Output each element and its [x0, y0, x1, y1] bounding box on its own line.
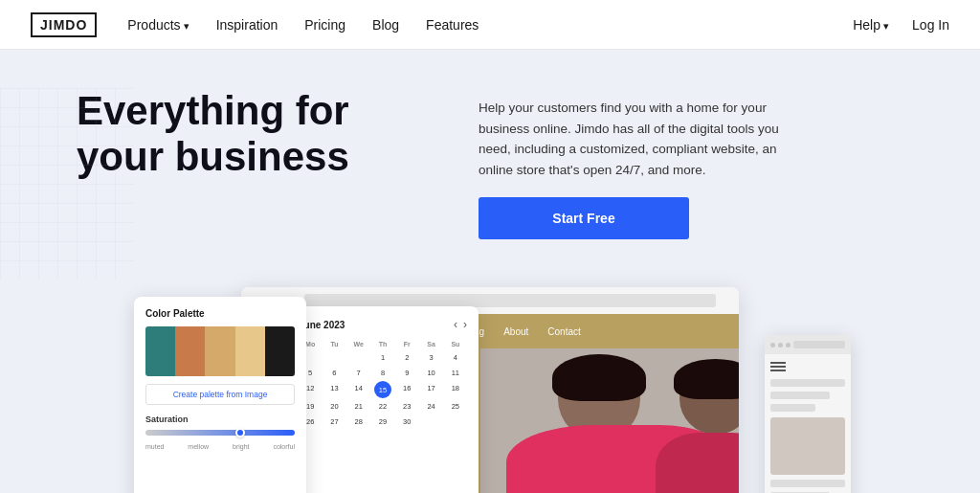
- cal-day[interactable]: 23: [395, 399, 418, 414]
- hamburger-line-3: [770, 370, 786, 371]
- calendar-nav[interactable]: ‹ ›: [454, 318, 467, 331]
- mobile-content-bar-3: [770, 404, 815, 412]
- nav-item-products[interactable]: Products: [127, 16, 189, 34]
- calendar-card: June 2023 ‹ › Mo Tu We Th Fr Sa Su 1: [287, 306, 479, 493]
- mobile-url-bar: [793, 341, 845, 348]
- cal-day[interactable]: 21: [347, 399, 370, 414]
- nav-item-blog[interactable]: Blog: [372, 16, 399, 34]
- cal-day[interactable]: 7: [347, 366, 370, 380]
- day-header-su: Su: [444, 339, 467, 349]
- mobile-content-bar-4: [770, 480, 845, 487]
- calendar-grid: Mo Tu We Th Fr Sa Su 1 2 3 4 5 6 7 8: [299, 339, 467, 429]
- svg-rect-0: [0, 88, 134, 280]
- cal-day[interactable]: 22: [371, 399, 394, 414]
- cal-day[interactable]: 16: [395, 381, 418, 398]
- navbar: JIMDO Products Inspiration Pricing Blog …: [0, 0, 980, 50]
- cal-day[interactable]: 10: [419, 366, 442, 380]
- nav-link-features[interactable]: Features: [426, 17, 479, 33]
- day-header-sa: Sa: [419, 339, 442, 349]
- navbar-right: Help Log In: [853, 17, 949, 33]
- hero-section: Everything for your business Help your c…: [0, 50, 980, 493]
- mobile-dot-2: [778, 343, 783, 347]
- mobile-dot-3: [786, 343, 791, 347]
- cal-day: [323, 350, 345, 365]
- cal-day[interactable]: 14: [347, 381, 370, 398]
- nav-links: Products Inspiration Pricing Blog Featur…: [127, 16, 479, 34]
- nav-item-pricing[interactable]: Pricing: [304, 16, 345, 34]
- site-nav-contact: Contact: [547, 326, 580, 337]
- cal-day[interactable]: 18: [444, 381, 467, 398]
- nav-link-pricing[interactable]: Pricing: [304, 17, 345, 33]
- nav-link-products[interactable]: Products: [127, 17, 189, 33]
- next-month-button[interactable]: ›: [463, 318, 467, 331]
- saturation-slider[interactable]: [145, 430, 295, 436]
- swatch-2: [175, 326, 205, 376]
- day-header-we: We: [347, 339, 370, 349]
- cal-day[interactable]: 9: [395, 366, 418, 380]
- create-palette-button[interactable]: Create palette from Image: [145, 384, 295, 405]
- hero-top: Everything for your business Help your c…: [77, 88, 903, 239]
- person2-hair: [674, 359, 739, 399]
- cal-day[interactable]: 25: [444, 399, 467, 414]
- cal-day: [347, 350, 370, 365]
- nav-link-blog[interactable]: Blog: [372, 17, 399, 33]
- navbar-left: JIMDO Products Inspiration Pricing Blog …: [31, 12, 479, 37]
- mobile-bar: [765, 335, 851, 354]
- cal-day[interactable]: 2: [395, 350, 418, 365]
- start-free-button[interactable]: Start Free: [479, 197, 689, 239]
- screenshots-area: Color Palette Create palette from Image …: [77, 268, 903, 493]
- slider-thumb[interactable]: [235, 428, 245, 437]
- swatch-3: [205, 326, 234, 376]
- cal-day[interactable]: 4: [444, 350, 467, 365]
- slider-labels: muted mellow bright colorful: [145, 443, 295, 450]
- cal-day[interactable]: 8: [371, 366, 394, 380]
- hero-right: Help your customers find you with a home…: [479, 88, 785, 239]
- site-right-panel: [480, 348, 739, 493]
- label-muted: muted: [145, 443, 164, 450]
- nav-item-features[interactable]: Features: [426, 16, 479, 34]
- person2-shirt: [656, 433, 739, 493]
- cal-day[interactable]: 1: [371, 350, 394, 365]
- mobile-content-bar-2: [770, 392, 830, 399]
- nav-link-inspiration[interactable]: Inspiration: [216, 17, 278, 33]
- hamburger-line-2: [770, 366, 786, 368]
- logo[interactable]: JIMDO: [31, 12, 97, 37]
- cal-day[interactable]: 11: [444, 366, 467, 380]
- swatch-4: [235, 326, 265, 376]
- person-hair: [552, 354, 645, 401]
- swatch-5: [265, 326, 295, 376]
- mobile-content-bar-1: [770, 379, 845, 387]
- cal-day[interactable]: 28: [347, 415, 370, 429]
- swatch-1: [145, 326, 175, 376]
- cal-day[interactable]: 20: [323, 399, 345, 414]
- prev-month-button[interactable]: ‹: [454, 318, 457, 331]
- cal-day[interactable]: 17: [419, 381, 442, 398]
- browser-url-bar: [304, 294, 716, 307]
- person-image: [480, 348, 739, 493]
- cal-day[interactable]: 24: [419, 399, 442, 414]
- hero-description: Help your customers find you with a home…: [479, 98, 785, 180]
- color-palette-card: Color Palette Create palette from Image …: [134, 297, 306, 493]
- hamburger-menu-icon[interactable]: [770, 362, 845, 371]
- day-header-th: Th: [371, 339, 394, 349]
- cal-day: [444, 415, 467, 429]
- nav-item-inspiration[interactable]: Inspiration: [216, 16, 278, 34]
- site-nav-about: About: [503, 326, 528, 337]
- mobile-image-placeholder: [770, 417, 845, 475]
- cal-day[interactable]: 29: [371, 415, 394, 429]
- hamburger-line-1: [770, 362, 786, 364]
- label-bright: bright: [233, 443, 250, 450]
- saturation-label: Saturation: [145, 415, 295, 424]
- mobile-content: [765, 354, 851, 493]
- label-colorful: colorful: [273, 443, 295, 450]
- day-header-fr: Fr: [395, 339, 418, 349]
- cal-day[interactable]: 6: [323, 366, 345, 380]
- help-menu[interactable]: Help: [853, 17, 889, 33]
- cal-day-today[interactable]: 15: [374, 381, 391, 398]
- login-button[interactable]: Log In: [912, 17, 949, 33]
- cal-day[interactable]: 13: [323, 381, 345, 398]
- color-swatches: [145, 326, 295, 376]
- cal-day[interactable]: 30: [395, 415, 418, 429]
- cal-day[interactable]: 27: [323, 415, 345, 429]
- cal-day[interactable]: 3: [419, 350, 442, 365]
